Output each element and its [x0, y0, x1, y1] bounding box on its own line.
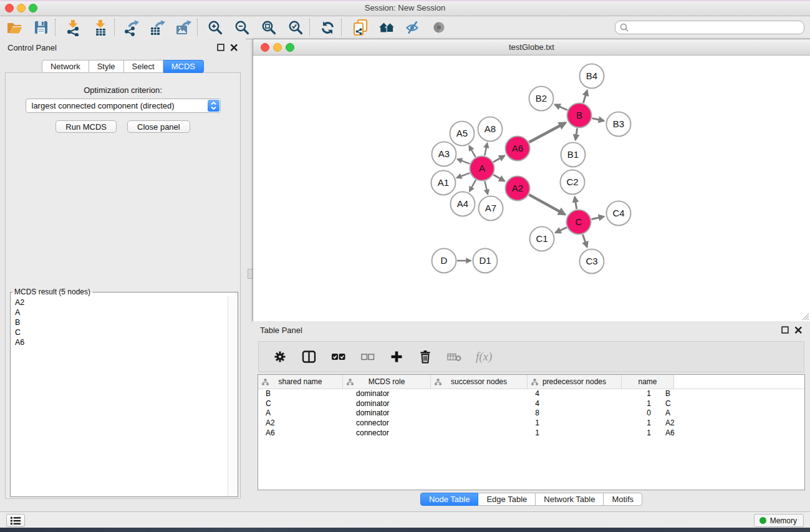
- zoom-in-button[interactable]: [206, 18, 224, 37]
- tab-select[interactable]: Select: [124, 60, 163, 73]
- zoom-out-button[interactable]: [233, 18, 251, 37]
- table-row[interactable]: A2connector11A2: [258, 418, 804, 428]
- graph-node-D[interactable]: D: [432, 249, 456, 273]
- table-cell[interactable]: 1: [443, 418, 557, 428]
- table-row[interactable]: A6connector11A6: [258, 428, 804, 438]
- graph-node-D1[interactable]: D1: [473, 249, 498, 273]
- float-panel-button[interactable]: [217, 44, 224, 51]
- graph-edge-B-B3[interactable]: [592, 118, 604, 121]
- import-network-button[interactable]: [64, 18, 82, 37]
- graph-edge-A-A7[interactable]: [485, 181, 488, 195]
- graph-edge-C-C4[interactable]: [592, 216, 604, 219]
- table-cell[interactable]: 8: [443, 409, 557, 418]
- save-session-button[interactable]: [32, 18, 51, 37]
- create-column-button[interactable]: [389, 349, 404, 364]
- export-table-button[interactable]: [148, 18, 166, 37]
- delete-column-button[interactable]: [418, 349, 433, 364]
- mcds-result-item[interactable]: C: [15, 327, 228, 337]
- graph-edge-A2-C[interactable]: [529, 195, 565, 215]
- graph-node-B4[interactable]: B4: [580, 64, 604, 89]
- table-row[interactable]: Adominator80A: [258, 409, 804, 418]
- table-cell[interactable]: 1: [557, 418, 660, 428]
- zoom-selected-button[interactable]: [286, 18, 305, 37]
- graph-edge-A-A4[interactable]: [470, 180, 476, 191]
- graph-node-A[interactable]: A: [470, 157, 494, 181]
- table-tab-network-table[interactable]: Network Table: [536, 493, 604, 506]
- graph-node-C2[interactable]: C2: [561, 170, 585, 195]
- export-network-button[interactable]: [122, 18, 140, 37]
- graph-node-A6[interactable]: A6: [506, 137, 530, 161]
- tab-network[interactable]: Network: [42, 60, 89, 73]
- mcds-result-item[interactable]: B: [15, 317, 228, 327]
- table-cell[interactable]: 1: [557, 399, 660, 409]
- memory-button[interactable]: Memory: [754, 514, 804, 527]
- mcds-result-list[interactable]: A2ABCA6: [11, 296, 228, 496]
- table-cell[interactable]: A: [258, 409, 350, 418]
- result-scrollbar-track[interactable]: [228, 296, 238, 496]
- mcds-result-item[interactable]: A2: [15, 297, 228, 307]
- table-tab-motifs[interactable]: Motifs: [604, 493, 642, 506]
- column-header-name[interactable]: name: [622, 375, 674, 389]
- criterion-dropdown[interactable]: largest connected component (directed): [26, 99, 221, 113]
- close-panel-button[interactable]: [230, 44, 238, 51]
- table-cell[interactable]: A6: [660, 428, 717, 438]
- graph-node-C3[interactable]: C3: [580, 249, 604, 274]
- network-graph[interactable]: B4B2BB3A5A8A6A3AB1A1A2C2A4A7C4CC1C3DD1: [253, 56, 809, 321]
- table-tab-edge-table[interactable]: Edge Table: [478, 493, 536, 506]
- table-cell[interactable]: A6: [258, 428, 350, 438]
- graph-node-B1[interactable]: B1: [561, 143, 586, 167]
- graph-node-A8[interactable]: A8: [478, 117, 503, 142]
- float-table-panel-button[interactable]: [781, 326, 789, 334]
- search-input[interactable]: [629, 22, 794, 32]
- graph-edge-C-C3[interactable]: [583, 235, 587, 247]
- table-cell[interactable]: B: [660, 389, 717, 399]
- table-cell[interactable]: C: [258, 399, 350, 409]
- mcds-result-item[interactable]: A: [15, 307, 228, 317]
- graph-node-B[interactable]: B: [567, 104, 592, 128]
- table-cell[interactable]: 0: [557, 409, 660, 418]
- column-visibility-button[interactable]: [301, 349, 317, 364]
- table-cell[interactable]: A2: [258, 418, 350, 428]
- close-table-panel-button[interactable]: [794, 326, 802, 334]
- column-header-successor-nodes[interactable]: successor nodes: [431, 375, 528, 389]
- table-tab-node-table[interactable]: Node Table: [420, 493, 479, 506]
- graph-node-B2[interactable]: B2: [529, 87, 554, 111]
- apply-layout-button[interactable]: [318, 18, 337, 37]
- graph-edge-B-B4[interactable]: [583, 90, 587, 103]
- table-cell[interactable]: 4: [443, 389, 557, 399]
- graph-edge-A-A6[interactable]: [493, 156, 504, 162]
- import-table-button[interactable]: [91, 18, 110, 37]
- delete-table-button[interactable]: [446, 349, 462, 364]
- graph-edge-A-A3[interactable]: [458, 159, 470, 164]
- tab-style[interactable]: Style: [89, 60, 124, 73]
- table-cell[interactable]: 1: [443, 428, 557, 438]
- graph-edge-B-B2[interactable]: [555, 105, 567, 110]
- table-row[interactable]: Cdominator41C: [258, 399, 804, 409]
- run-mcds-button[interactable]: Run MCDS: [55, 120, 117, 133]
- tab-mcds[interactable]: MCDS: [163, 60, 204, 73]
- graph-node-C[interactable]: C: [567, 210, 591, 235]
- task-history-button[interactable]: [6, 514, 25, 527]
- select-all-button[interactable]: [330, 349, 346, 364]
- graph-node-A1[interactable]: A1: [432, 171, 456, 195]
- table-cell[interactable]: A: [660, 409, 717, 418]
- table-cell[interactable]: 4: [443, 399, 557, 409]
- graph-node-A3[interactable]: A3: [432, 142, 456, 167]
- graph-edge-A-A5[interactable]: [469, 146, 475, 157]
- table-cell[interactable]: dominator: [350, 409, 443, 418]
- table-cell[interactable]: 1: [557, 389, 660, 399]
- table-cell[interactable]: dominator: [350, 399, 443, 409]
- column-header-shared-name[interactable]: shared name: [258, 375, 343, 389]
- mcds-result-item[interactable]: A6: [15, 337, 228, 347]
- open-session-button[interactable]: [5, 18, 24, 37]
- graph-node-C1[interactable]: C1: [530, 227, 554, 251]
- column-header-MCDS-role[interactable]: MCDS role: [343, 375, 431, 389]
- zoom-fit-button[interactable]: [259, 18, 278, 37]
- clone-network-button[interactable]: [351, 18, 370, 37]
- reset-view-button[interactable]: [377, 18, 396, 37]
- graph-edge-A-A8[interactable]: [485, 143, 487, 156]
- deselect-all-button[interactable]: [360, 349, 375, 364]
- show-graphics-details-button[interactable]: [430, 18, 448, 37]
- graph-node-A2[interactable]: A2: [506, 177, 530, 201]
- graph-edge-A-A1[interactable]: [457, 173, 470, 178]
